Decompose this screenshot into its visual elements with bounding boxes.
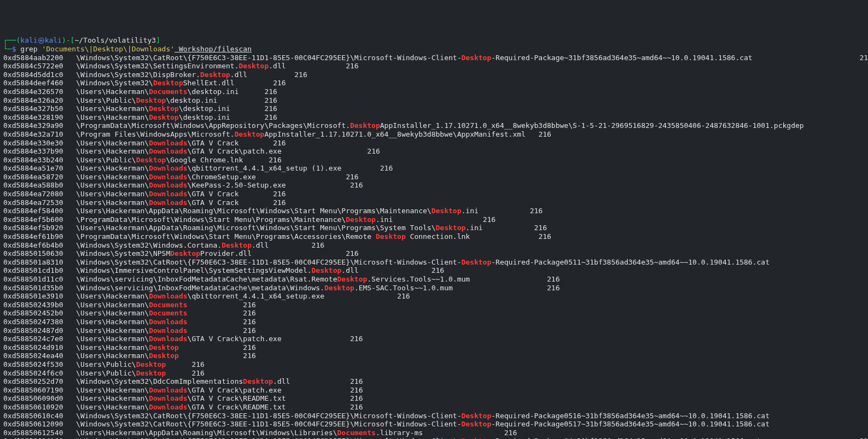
filescan-row: 0xd5884ea72530 \Users\Hackerman\Download… — [3, 198, 865, 207]
file-size: 216 — [859, 54, 868, 62]
file-size: 216 — [269, 156, 281, 164]
grep-match: Desktop — [222, 241, 252, 249]
file-size: 216 — [346, 173, 358, 181]
grep-match: Downloads — [149, 292, 187, 300]
grep-pattern: 'Documents\|Desktop\|Downloads' — [42, 45, 174, 53]
prompt-box-top: ┌──( — [3, 36, 20, 44]
prompt-at-icon: ㉿ — [38, 36, 45, 44]
grep-match: Downloads — [149, 318, 187, 326]
grep-match: Desktop — [312, 266, 342, 274]
filescan-row: 0xd58850610920 \Users\Hackerman\Download… — [3, 403, 865, 412]
grep-match: Desktop — [461, 54, 491, 62]
filescan-row: 0xd5884e330e30 \Users\Hackerman\Download… — [3, 139, 865, 148]
file-size: 216 — [312, 241, 324, 249]
filescan-row: 0xd588501e3910 \Users\Hackerman\Download… — [3, 292, 865, 301]
grep-match: Desktop — [200, 71, 230, 79]
file-size: 216 — [534, 224, 547, 232]
grep-match: Desktop — [376, 232, 406, 241]
mem-offset: 0xd5884e328190 — [3, 113, 63, 121]
file-size: 216 — [264, 113, 277, 121]
filescan-row: 0xd5884d5dd1c0 \Windows\System32\DispBro… — [3, 71, 865, 79]
file-size: 216 — [547, 275, 560, 283]
filescan-row: 0xd5884ef5b600 \ProgramData\Microsoft\Wi… — [3, 215, 865, 224]
grep-match: Downloads — [149, 394, 187, 402]
file-size: 216 — [264, 87, 277, 96]
mem-offset: 0xd5884e327b50 — [3, 104, 63, 113]
grep-match: Desktop — [461, 412, 491, 420]
prompt-cwd: ~/Tools/volatility3 — [74, 36, 156, 44]
mem-offset: 0xd5885024f530 — [3, 360, 63, 368]
filescan-row: 0xd588502439b0 \Users\Hackerman\Document… — [3, 301, 865, 309]
filescan-row: 0xd5884e327b50 \Users\Hackerman\Desktop\… — [3, 104, 865, 113]
mem-offset: 0xd5884e32a710 — [3, 130, 63, 138]
mem-offset: 0xd5885024c7e0 — [3, 335, 63, 343]
grep-match: Desktop — [346, 215, 376, 224]
mem-offset: 0xd5884ea588b0 — [3, 181, 63, 189]
mem-offset: 0xd5884ef6b4b0 — [3, 241, 63, 249]
file-size: 216 — [243, 309, 255, 317]
prompt-box-bottom: └─ — [3, 45, 12, 53]
file-size: 216 — [350, 181, 363, 189]
file-size: 216 — [264, 96, 277, 104]
grep-match: Documents — [337, 429, 376, 437]
file-size: 216 — [346, 249, 358, 257]
grep-match: Desktop — [149, 104, 179, 113]
filescan-row: 0xd5885024d910 \Users\Hackerman\Desktop … — [3, 343, 865, 352]
file-size: 216 — [530, 207, 543, 215]
filescan-row: 0xd5884e329a90 \ProgramData\Microsoft\Wi… — [3, 121, 865, 130]
grep-match: Downloads — [149, 181, 187, 189]
mem-offset: 0xd5884d5dd1c0 — [3, 71, 63, 79]
grep-match: Downloads — [149, 335, 187, 343]
mem-offset: 0xd58850247380 — [3, 318, 63, 326]
grep-match: Documents — [149, 309, 187, 317]
grep-match: Desktop — [170, 249, 200, 257]
file-size: 216 — [538, 232, 551, 241]
mem-offset: 0xd5884e337b90 — [3, 147, 63, 155]
file-size: 216 — [346, 62, 358, 70]
prompt-box-top: )- — [62, 36, 71, 44]
grep-match: Desktop — [235, 130, 265, 138]
grep-match: Downloads — [149, 139, 187, 147]
filescan-row: 0xd588506090d0 \Users\Hackerman\Download… — [3, 394, 865, 403]
filescan-row: 0xd588501d35b0 \Windows\servicing\InboxF… — [3, 284, 865, 292]
file-size: 216 — [264, 104, 277, 113]
filescan-row: 0xd58850612540 \Users\Hackerman\AppData\… — [3, 429, 865, 437]
filescan-row: 0xd58850607190 \Users\Hackerman\Download… — [3, 386, 865, 395]
grep-match: Downloads — [149, 403, 187, 411]
file-size: 216 — [504, 429, 517, 437]
grep-match: Documents — [149, 87, 187, 96]
grep-match: Documents — [149, 301, 187, 309]
filescan-row: 0xd5884ea58720 \Users\Hackerman\Download… — [3, 173, 865, 182]
filescan-row: 0xd5885024ea40 \Users\Hackerman\Desktop … — [3, 352, 865, 360]
mem-offset: 0xd588502439b0 — [3, 301, 63, 309]
file-size: 216 — [243, 326, 255, 335]
file-size: 216 — [380, 164, 393, 172]
file-size: 216 — [350, 377, 363, 385]
mem-offset: 0xd588501a8310 — [3, 258, 63, 266]
file-size: 216 — [273, 79, 286, 87]
mem-offset: 0xd5884c5722e0 — [3, 62, 63, 70]
grep-match: Downloads — [149, 190, 187, 198]
file-size: 216 — [538, 130, 551, 138]
mem-offset: 0xd58850607190 — [3, 386, 63, 394]
filescan-row: 0xd588501cd1b0 \Windows\ImmersiveControl… — [3, 266, 865, 275]
grep-match: Desktop — [238, 62, 269, 70]
filescan-row: 0xd58850610c40 \Windows\System32\CatRoot… — [3, 412, 865, 420]
mem-offset: 0xd5884ea72080 — [3, 190, 63, 198]
filescan-row: 0xd5884e326570 \Users\Hackerman\Document… — [3, 87, 865, 96]
file-size: 216 — [294, 71, 307, 79]
filescan-row: 0xd58850247380 \Users\Hackerman\Download… — [3, 318, 865, 326]
mem-offset: 0xd5885024f6c0 — [3, 369, 63, 377]
terminal-output: ┌──(kali㉿kali)-[~/Tools/volatility3]└─$ … — [3, 36, 865, 439]
file-size: 216 — [273, 190, 286, 198]
mem-offset: 0xd58850610920 — [3, 403, 63, 411]
filescan-row: 0xd5884e33b240 \Users\Public\Desktop\Goo… — [3, 156, 865, 165]
grep-match: Desktop — [136, 369, 166, 377]
grep-match: Desktop — [136, 96, 166, 104]
grep-match: Desktop — [461, 437, 491, 439]
prompt-line-2[interactable]: └─$ grep 'Documents\|Desktop\|Downloads'… — [3, 45, 865, 54]
mem-offset: 0xd58850150630 — [3, 249, 63, 257]
file-size: 216 — [350, 386, 363, 394]
prompt-user: kali — [20, 36, 37, 44]
grep-match: Desktop — [136, 360, 166, 368]
